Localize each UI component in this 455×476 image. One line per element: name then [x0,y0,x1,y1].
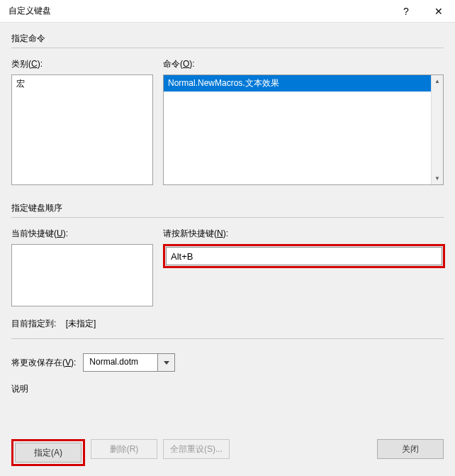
commands-label: 命令(O): [163,58,444,70]
currently-assigned-row: 目前指定到: [未指定] [11,318,444,330]
assign-highlight: 指定(A) [11,439,85,466]
titlebar: 自定义键盘 ? ✕ [0,0,455,23]
keyboard-sequence-header: 指定键盘顺序 [11,202,444,218]
current-keys-label: 当前快捷键(U): [11,228,153,240]
scroll-up-icon[interactable]: ▲ [432,75,443,87]
current-keys-listbox[interactable] [11,244,153,306]
close-button[interactable]: 关闭 [377,439,444,459]
assigned-value: [未指定] [66,319,96,328]
new-key-highlight [163,244,445,268]
reset-all-button: 全部重设(S)... [163,439,230,459]
assign-button[interactable]: 指定(A) [15,443,82,463]
remove-button: 删除(R) [91,439,157,459]
command-item-selected[interactable]: Normal.NewMacros.文本效果 [164,75,443,92]
window-title: 自定义键盘 [9,5,390,17]
save-in-label: 将更改保存在(V): [11,357,76,369]
help-button[interactable]: ? [390,0,422,23]
scroll-down-icon[interactable]: ▼ [432,172,443,184]
description-label: 说明 [11,383,444,395]
chevron-down-icon[interactable] [158,353,175,372]
new-shortcut-input[interactable] [166,247,442,265]
close-window-button[interactable]: ✕ [422,0,455,23]
assigned-label: 目前指定到: [11,319,56,328]
categories-label: 类别(C): [11,58,153,70]
button-row: 指定(A) 删除(R) 全部重设(S)... 关闭 [11,439,444,466]
save-in-value: Normal.dotm [83,353,158,372]
scrollbar[interactable]: ▲ ▼ [431,75,443,184]
dialog-content: 指定命令 类别(C): 宏 命令(O): Normal.NewMacros.文本… [0,23,455,404]
save-in-combo[interactable]: Normal.dotm [83,353,175,372]
specify-command-header: 指定命令 [11,33,444,48]
new-key-label: 请按新快捷键(N): [163,228,445,240]
commands-listbox[interactable]: Normal.NewMacros.文本效果 ▲ ▼ [163,74,444,185]
category-item[interactable]: 宏 [16,78,148,90]
categories-listbox[interactable]: 宏 [11,74,153,185]
